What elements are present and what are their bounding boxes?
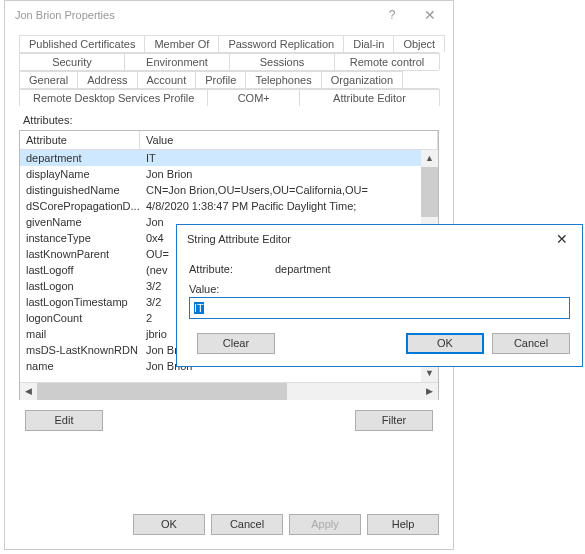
cell-attribute: logonCount bbox=[20, 310, 140, 326]
help-button[interactable]: Help bbox=[367, 514, 439, 535]
tab-row-4: Remote Desktop Services Profile COM+ Att… bbox=[19, 89, 439, 106]
titlebar: Jon Brion Properties ? ✕ bbox=[5, 1, 453, 29]
scroll-right-icon[interactable]: ▶ bbox=[421, 383, 438, 400]
tab-address[interactable]: Address bbox=[77, 71, 137, 88]
table-header: Attribute Value bbox=[20, 131, 438, 150]
tab-dial-in[interactable]: Dial-in bbox=[343, 35, 394, 52]
table-row[interactable]: displayNameJon Brion bbox=[20, 166, 438, 182]
cell-attribute: displayName bbox=[20, 166, 140, 182]
cell-attribute: instanceType bbox=[20, 230, 140, 246]
cancel-button[interactable]: Cancel bbox=[211, 514, 283, 535]
modal-titlebar: String Attribute Editor ✕ bbox=[177, 225, 582, 253]
cell-attribute: lastLogonTimestamp bbox=[20, 294, 140, 310]
table-button-row: Edit Filter bbox=[19, 400, 439, 437]
cell-value: CN=Jon Brion,OU=Users,OU=California,OU= bbox=[140, 182, 438, 198]
modal-close-icon[interactable]: ✕ bbox=[542, 231, 582, 247]
header-attribute[interactable]: Attribute bbox=[20, 131, 140, 149]
value-label-row: Value: bbox=[189, 279, 570, 297]
ok-button[interactable]: OK bbox=[133, 514, 205, 535]
attribute-name: department bbox=[275, 263, 331, 275]
table-row[interactable]: distinguishedNameCN=Jon Brion,OU=Users,O… bbox=[20, 182, 438, 198]
scroll-h-track[interactable] bbox=[37, 383, 421, 400]
cell-attribute: lastLogon bbox=[20, 278, 140, 294]
cell-attribute: lastLogoff bbox=[20, 262, 140, 278]
filter-button[interactable]: Filter bbox=[355, 410, 433, 431]
value-input[interactable] bbox=[189, 297, 570, 319]
scroll-v-thumb[interactable] bbox=[421, 167, 438, 217]
scroll-h-thumb[interactable] bbox=[37, 383, 287, 400]
scroll-up-icon[interactable]: ▲ bbox=[421, 150, 438, 167]
cell-attribute: mail bbox=[20, 326, 140, 342]
cell-attribute: name bbox=[20, 358, 140, 374]
cell-attribute: distinguishedName bbox=[20, 182, 140, 198]
tab-published-certificates[interactable]: Published Certificates bbox=[19, 35, 145, 52]
clear-button[interactable]: Clear bbox=[197, 333, 275, 354]
cell-attribute: department bbox=[20, 150, 140, 166]
cell-value: 4/8/2020 1:38:47 PM Pacific Daylight Tim… bbox=[140, 198, 438, 214]
modal-cancel-button[interactable]: Cancel bbox=[492, 333, 570, 354]
edit-button[interactable]: Edit bbox=[25, 410, 103, 431]
tab-account[interactable]: Account bbox=[137, 71, 197, 88]
value-label: Value: bbox=[189, 283, 219, 295]
tab-profile[interactable]: Profile bbox=[195, 71, 246, 88]
tab-security[interactable]: Security bbox=[19, 53, 125, 70]
tab-organization[interactable]: Organization bbox=[321, 71, 403, 88]
tab-password-replication[interactable]: Password Replication bbox=[218, 35, 344, 52]
tab-remote-control[interactable]: Remote control bbox=[334, 53, 440, 70]
cell-value: Jon Brion bbox=[140, 166, 438, 182]
tab-object[interactable]: Object bbox=[393, 35, 445, 52]
attribute-row: Attribute: department bbox=[189, 259, 570, 279]
tab-member-of[interactable]: Member Of bbox=[144, 35, 219, 52]
string-attribute-editor-dialog: String Attribute Editor ✕ Attribute: dep… bbox=[176, 224, 583, 367]
dialog-button-row: OK Cancel Apply Help bbox=[5, 504, 453, 549]
modal-ok-button[interactable]: OK bbox=[406, 333, 484, 354]
table-row[interactable]: departmentIT bbox=[20, 150, 438, 166]
cell-attribute: msDS-LastKnownRDN bbox=[20, 342, 140, 358]
tab-complus[interactable]: COM+ bbox=[207, 89, 300, 106]
window-title: Jon Brion Properties bbox=[15, 9, 373, 21]
table-row[interactable]: dSCorePropagationD...4/8/2020 1:38:47 PM… bbox=[20, 198, 438, 214]
tab-strip: Published Certificates Member Of Passwor… bbox=[5, 29, 453, 108]
tab-general[interactable]: General bbox=[19, 71, 78, 88]
attributes-label: Attributes: bbox=[19, 112, 439, 130]
help-icon[interactable]: ? bbox=[373, 8, 411, 22]
tab-telephones[interactable]: Telephones bbox=[245, 71, 321, 88]
tab-row-1: Published Certificates Member Of Passwor… bbox=[19, 35, 439, 53]
tab-environment[interactable]: Environment bbox=[124, 53, 230, 70]
modal-body: Attribute: department Value: Clear OK Ca… bbox=[177, 253, 582, 366]
modal-button-row: Clear OK Cancel bbox=[189, 319, 570, 354]
header-value[interactable]: Value bbox=[140, 131, 438, 149]
cell-attribute: dSCorePropagationD... bbox=[20, 198, 140, 214]
horizontal-scrollbar[interactable]: ◀ ▶ bbox=[20, 382, 438, 399]
tab-row-2: Security Environment Sessions Remote con… bbox=[19, 53, 439, 71]
modal-title: String Attribute Editor bbox=[187, 233, 542, 245]
cell-value: IT bbox=[140, 150, 438, 166]
tab-attribute-editor[interactable]: Attribute Editor bbox=[299, 89, 440, 106]
attribute-label: Attribute: bbox=[189, 263, 275, 275]
scroll-left-icon[interactable]: ◀ bbox=[20, 383, 37, 400]
close-icon[interactable]: ✕ bbox=[411, 7, 449, 23]
apply-button[interactable]: Apply bbox=[289, 514, 361, 535]
cell-attribute: givenName bbox=[20, 214, 140, 230]
tab-row-3: General Address Account Profile Telephon… bbox=[19, 71, 439, 89]
tab-rds-profile[interactable]: Remote Desktop Services Profile bbox=[19, 89, 208, 106]
tab-sessions[interactable]: Sessions bbox=[229, 53, 335, 70]
cell-attribute: lastKnownParent bbox=[20, 246, 140, 262]
scroll-down-icon[interactable]: ▼ bbox=[421, 365, 438, 382]
